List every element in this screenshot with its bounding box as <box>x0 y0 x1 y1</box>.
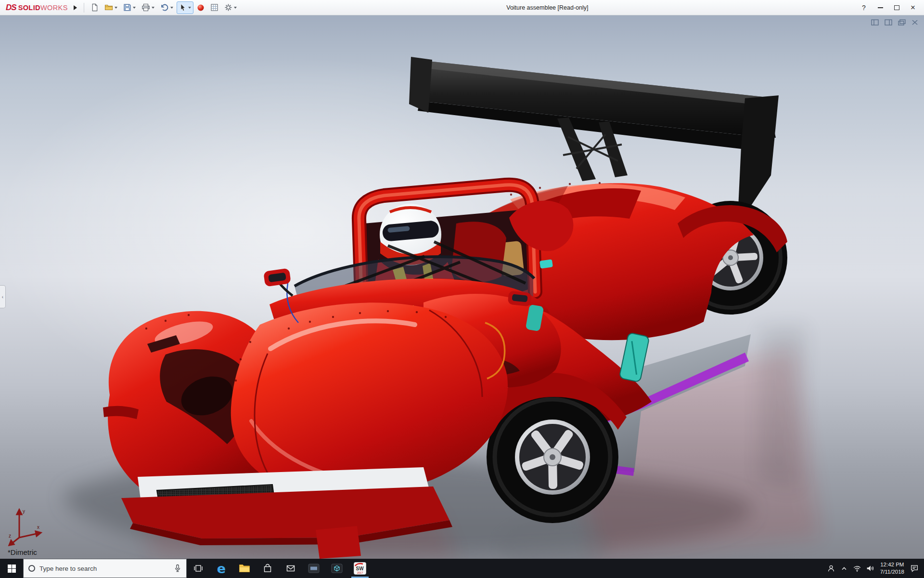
triangle-right-icon <box>74 5 77 10</box>
open-folder-icon <box>104 3 113 12</box>
dark-window-app-icon <box>308 563 320 574</box>
maximize-icon <box>894 5 899 10</box>
dropdown-caret-icon <box>115 7 117 9</box>
people-icon[interactable] <box>825 559 838 578</box>
restore-document-icon[interactable] <box>898 19 906 26</box>
chevron-left-icon: ‹ <box>2 294 3 300</box>
minimize-icon <box>878 7 883 8</box>
menu-expand-arrow[interactable] <box>71 2 80 13</box>
orientation-triad: y x z <box>7 506 43 546</box>
appearance-sphere-icon <box>197 4 205 12</box>
ds-logo-mark: DS <box>6 3 16 13</box>
dropdown-caret-icon <box>152 7 154 9</box>
cube-app-icon <box>331 563 343 574</box>
sw-badge-year: 2017 <box>357 571 363 574</box>
chevron-up-icon[interactable] <box>838 559 851 578</box>
taskbar-spacer <box>372 559 825 578</box>
help-button[interactable]: ? <box>856 1 872 14</box>
feature-tree-collapse-tab[interactable]: ‹ <box>0 285 6 308</box>
table-grid-icon <box>210 3 218 12</box>
3d-viewer-button[interactable] <box>325 559 348 578</box>
options-button[interactable] <box>222 1 239 14</box>
envelope-icon <box>285 563 296 574</box>
view-orientation-label: *Dimetric <box>8 548 37 556</box>
store-button[interactable] <box>256 559 279 578</box>
minimize-button[interactable] <box>872 1 888 14</box>
dropdown-caret-icon <box>170 7 173 9</box>
dock-pane-right-icon[interactable] <box>885 19 892 26</box>
task-view-icon <box>193 563 204 574</box>
logo-text: SOLIDWORKS <box>18 3 68 12</box>
graphics-area[interactable]: ‹ y x z *Dimetric <box>0 15 924 559</box>
cursor-arrow-icon <box>179 3 187 12</box>
triad-x-label: x <box>37 525 39 530</box>
solidworks-app-icon: SW2017 <box>354 562 366 575</box>
open-button[interactable] <box>102 1 120 14</box>
dock-pane-left-icon[interactable] <box>871 19 879 26</box>
new-document-button[interactable] <box>88 1 101 14</box>
windows-taskbar: e SW2017 <box>0 559 924 578</box>
shopping-bag-icon <box>262 563 273 574</box>
toolbar-separator <box>84 3 84 13</box>
save-floppy-icon <box>123 3 131 12</box>
solidworks-logo: DS SOLIDWORKS <box>3 3 70 13</box>
windows-logo-icon <box>8 565 16 573</box>
select-tool-button[interactable] <box>177 1 193 14</box>
evaluate-button[interactable] <box>208 1 221 14</box>
folder-icon <box>239 564 250 573</box>
system-clock[interactable]: 12:42 PM 7/11/2018 <box>877 561 908 576</box>
title-bar: DS SOLIDWORKS <box>0 0 924 15</box>
close-button[interactable]: × <box>905 1 921 14</box>
system-tray: 12:42 PM 7/11/2018 <box>825 559 924 578</box>
solidworks-window: DS SOLIDWORKS <box>0 0 924 578</box>
clock-time: 12:42 PM <box>880 561 904 568</box>
search-input[interactable] <box>39 565 169 572</box>
logo-text-solid: SOLID <box>18 4 40 12</box>
triad-z-label: z <box>9 533 11 539</box>
taskbar-search-box[interactable] <box>23 559 187 578</box>
edge-icon: e <box>217 562 226 575</box>
volume-icon[interactable] <box>864 559 877 578</box>
print-button[interactable] <box>139 1 157 14</box>
model-canvas[interactable] <box>0 15 924 559</box>
dropdown-caret-icon <box>234 7 237 9</box>
document-window-controls <box>871 19 918 26</box>
dropdown-caret-icon <box>133 7 136 9</box>
file-explorer-button[interactable] <box>233 559 256 578</box>
sw-badge-text: SW <box>356 566 364 571</box>
mail-button[interactable] <box>279 559 302 578</box>
task-view-button[interactable] <box>187 559 210 578</box>
quick-access-toolbar <box>88 1 239 14</box>
window-controls: ? × <box>856 1 921 14</box>
solidworks-taskbar-button[interactable]: SW2017 <box>348 559 372 578</box>
logo-text-works: WORKS <box>40 4 68 12</box>
appearance-button[interactable] <box>194 1 207 14</box>
gear-icon <box>224 3 232 12</box>
save-button[interactable] <box>121 1 138 14</box>
network-icon[interactable] <box>851 559 864 578</box>
search-icon <box>28 565 35 572</box>
edge-button[interactable]: e <box>210 559 233 578</box>
clock-date: 7/11/2018 <box>880 568 904 576</box>
document-title: Voiture assemblee [Read-only] <box>241 4 854 11</box>
start-button[interactable] <box>0 559 23 578</box>
printer-icon <box>141 3 150 12</box>
undo-arrow-icon <box>160 3 169 12</box>
media-app-button[interactable] <box>302 559 325 578</box>
new-document-icon <box>90 3 99 12</box>
undo-button[interactable] <box>158 1 176 14</box>
action-center-icon[interactable] <box>908 559 921 578</box>
close-document-icon[interactable] <box>911 19 918 26</box>
dropdown-caret-icon <box>188 7 191 9</box>
maximize-button[interactable] <box>888 1 905 14</box>
microphone-icon[interactable] <box>174 564 181 573</box>
triad-y-label: y <box>23 509 25 514</box>
taskbar-app-icons: e SW2017 <box>187 559 372 578</box>
